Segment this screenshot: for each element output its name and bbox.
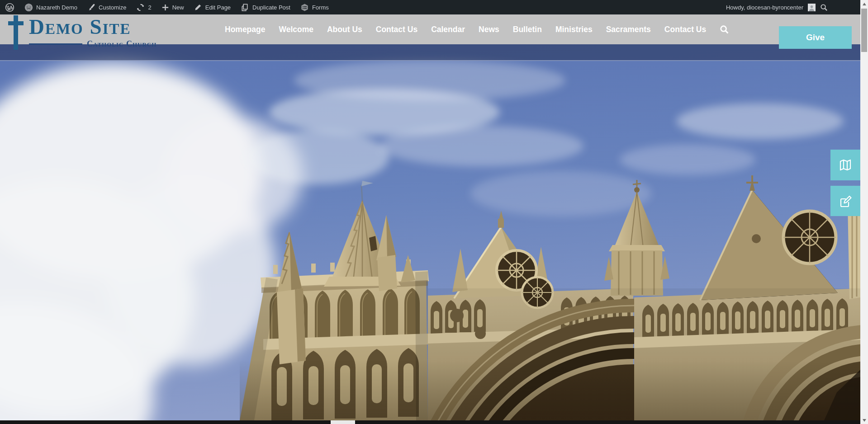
customize-button[interactable]: Customize [82,0,131,14]
nav-item-contact-us[interactable]: Contact Us [376,25,417,34]
site-logo[interactable]: Demo Site Catholic Church [8,15,157,50]
wp-admin-bar: Nazareth Demo Customize 2 [0,0,860,14]
scrollbar-up-arrow[interactable] [860,0,868,8]
edit-button[interactable] [830,186,860,216]
map-icon [839,158,852,172]
nav-item-news[interactable]: News [479,25,499,34]
edit-pencil-icon [194,3,202,11]
duplicate-post-label: Duplicate Post [252,4,290,11]
customize-brush-icon [87,3,95,11]
admin-search-icon[interactable] [820,4,828,11]
page-scrollbar[interactable] [860,0,868,424]
duplicate-post-button[interactable]: Duplicate Post [236,0,295,14]
new-content-button[interactable]: New [157,0,189,14]
wordpress-logo-icon [5,3,14,12]
cathedral-illustration [0,44,860,420]
scrollbar-thumb[interactable] [861,9,867,52]
edit-page-button[interactable]: Edit Page [189,0,236,14]
logo-text: Demo Site Catholic Church [29,15,157,50]
new-label: New [172,4,184,11]
nav-item-welcome[interactable]: Welcome [279,25,313,34]
site-name-label: Nazareth Demo [36,4,77,11]
nav-search-button[interactable] [720,25,729,34]
admin-bar-right: Howdy, diocesan-byroncenter [726,0,860,14]
avatar-person-icon [808,5,815,11]
edit-page-label: Edit Page [205,4,231,11]
logo-divider-line [29,43,82,45]
admin-bar-left: Nazareth Demo Customize 2 [0,0,334,14]
customize-label: Customize [99,4,126,11]
edit-compose-icon [839,194,852,208]
page: Nazareth Demo Customize 2 [0,0,868,424]
nav-item-bulletin[interactable]: Bulletin [513,25,542,34]
admin-bar-site-name[interactable]: Nazareth Demo [19,0,82,14]
forms-label: Forms [312,4,329,11]
nav-item-homepage[interactable]: Homepage [225,25,265,34]
user-avatar[interactable] [808,4,816,11]
cross-icon [8,15,24,50]
give-button[interactable]: Give [779,26,852,49]
map-button[interactable] [830,150,860,180]
updates-refresh-icon [136,3,145,12]
logo-title: Demo Site [29,15,157,38]
hero-image [0,44,860,420]
updates-button[interactable]: 2 [131,0,156,14]
bottom-bar [0,420,860,424]
search-icon [720,25,729,34]
updates-count-label: 2 [148,4,151,11]
plus-icon [161,4,169,11]
main-navigation: Homepage Welcome About Us Contact Us Cal… [225,14,729,44]
dashboard-gauge-icon [24,3,33,12]
bottom-bar-segment [331,420,355,424]
wordpress-menu-button[interactable] [0,0,19,14]
logo-subtitle: Catholic Church [87,39,157,49]
nav-item-about-us[interactable]: About Us [327,25,362,34]
forms-button[interactable]: Forms [295,0,334,14]
duplicate-pages-icon [241,3,249,12]
nav-item-contact-us-2[interactable]: Contact Us [664,25,706,34]
nav-item-ministries[interactable]: Ministries [555,25,593,34]
howdy-account-link[interactable]: Howdy, diocesan-byroncenter [726,4,803,11]
forms-hexagon-icon [300,3,309,12]
nav-item-sacraments[interactable]: Sacraments [606,25,651,34]
nav-item-calendar[interactable]: Calendar [431,25,465,34]
scrollbar-down-arrow[interactable] [860,416,868,424]
